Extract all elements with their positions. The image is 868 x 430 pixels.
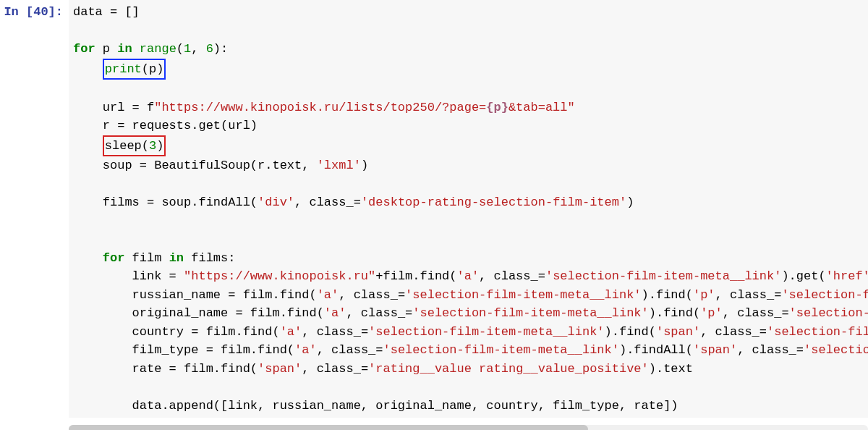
highlight-print: print(p) bbox=[103, 59, 166, 80]
code-cell: In [40]: data = [] for p in range(1, 6):… bbox=[0, 0, 868, 418]
code-input[interactable]: data = [] for p in range(1, 6): print(p)… bbox=[69, 0, 868, 418]
cell-prompt: In [40]: bbox=[0, 0, 69, 418]
prompt-label: In [40]: bbox=[4, 5, 63, 19]
highlight-sleep: sleep(3) bbox=[103, 135, 166, 157]
code-block: data = [] for p in range(1, 6): print(p)… bbox=[73, 3, 864, 415]
scrollbar-thumb[interactable] bbox=[69, 425, 588, 430]
horizontal-scrollbar[interactable] bbox=[69, 425, 868, 430]
